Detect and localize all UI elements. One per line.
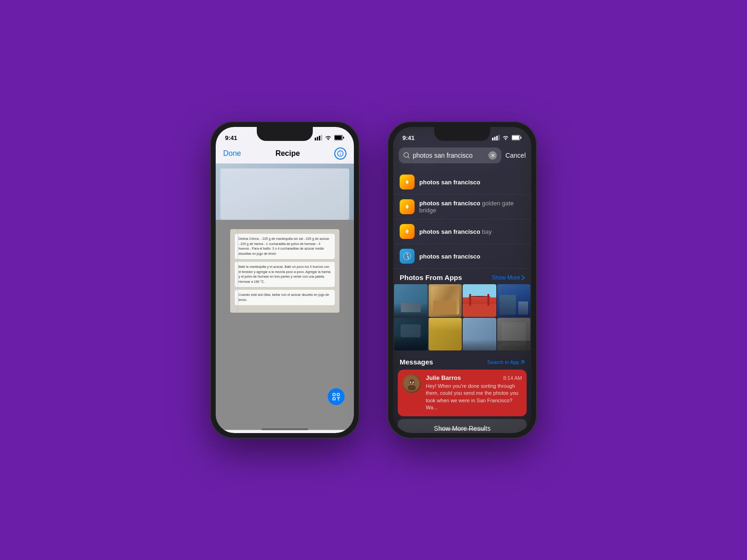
spotlight-screen: 9:41 [393,127,531,433]
suggestion-bold-1: photos san francisco [419,179,480,186]
status-icons [315,135,345,140]
svg-line-26 [407,253,409,259]
photos-app-icon-2 [400,199,415,214]
svg-rect-11 [337,393,339,396]
cancel-button[interactable]: Cancel [505,152,526,159]
message-header: Julie Barros 8:14 AM [426,374,522,381]
svg-rect-3 [321,135,323,140]
wifi-icon-2 [502,135,509,140]
suggestion-bold-3: photos san francisco [419,228,480,235]
svg-rect-1 [317,137,318,140]
external-link-icon [520,360,525,364]
svg-rect-2 [319,136,320,140]
status-time: 9:41 [225,134,237,141]
note-paper: Delicia Cítrica: - 225 g de mantequilla … [230,229,340,313]
messages-section-header: Messages Search in App [393,354,531,368]
svg-rect-6 [335,136,342,140]
search-input[interactable]: photos san francisco [413,152,486,159]
notch [257,127,313,141]
suggestion-4[interactable]: photos san francisco [393,244,531,269]
search-in-app-button[interactable]: Search in App [487,359,525,365]
suggestion-text-4: photos san francisco [419,253,525,260]
wifi-icon [324,135,332,140]
svg-rect-0 [315,138,316,140]
note-block-1: Delicia Cítrica: - 225 g de mantequilla … [235,234,335,259]
safari-app-icon [400,249,415,264]
svg-rect-19 [512,136,519,140]
suggestion-text-1: photos san francisco [419,179,525,186]
suggestion-rest-3: bay [480,228,492,235]
search-clear-button[interactable]: ✕ [488,151,497,160]
svg-rect-10 [333,393,335,396]
photos-section-title: Photos From Apps [400,273,462,281]
search-bar-row: photos san francisco ✕ Cancel [399,147,526,163]
photos-app-icon-3 [400,224,415,239]
battery-icon [334,135,345,140]
suggestion-text-3: photos san francisco bay [419,228,525,235]
svg-point-22 [406,181,409,183]
status-icons-2 [492,135,522,140]
photo-cell-5[interactable] [394,318,428,350]
svg-point-24 [406,230,409,233]
phone-spotlight: 9:41 [388,121,537,439]
phone-notes: 9:41 [210,121,359,439]
message-sender: Julie Barros [426,374,461,381]
message-avatar [402,374,421,393]
photo-grid[interactable] [394,284,530,350]
show-more-link[interactable]: Show More [492,274,525,281]
svg-point-30 [408,385,416,391]
svg-rect-7 [343,137,344,139]
note-block-2: Batir la mantequilla y el azúcar. Batir … [235,262,335,287]
home-indicator-2 [439,428,486,430]
signal-icon-2 [492,135,500,140]
message-item[interactable]: Julie Barros 8:14 AM Hey! When you're do… [398,370,527,416]
notes-screen: 9:41 [216,127,354,433]
svg-point-17 [505,139,506,140]
suggestion-bold-4: photos san francisco [419,253,480,260]
done-button[interactable]: Done [223,149,241,158]
show-more-label: Show More [492,274,520,281]
suggestion-2[interactable]: photos san francisco golden gate bridge [393,195,531,219]
suggestion-text-2: photos san francisco golden gate bridge [419,200,525,214]
svg-point-4 [328,139,329,140]
photo-cell-3[interactable] [463,284,496,317]
svg-rect-14 [494,137,496,140]
photo-cell-1[interactable] [394,284,428,317]
message-time: 8:14 AM [503,375,522,381]
svg-rect-13 [492,138,493,140]
svg-text:i: i [340,151,341,156]
message-content: Julie Barros 8:14 AM Hey! When you're do… [426,374,522,412]
photo-cell-8[interactable] [497,318,531,350]
search-icon [403,152,410,159]
svg-point-31 [410,382,411,383]
svg-rect-15 [496,136,498,140]
svg-rect-12 [333,398,335,400]
signal-icon [315,135,322,140]
photos-section-header: Photos From Apps Show More [393,269,531,284]
scan-fab-button[interactable] [328,388,345,405]
photo-cell-2[interactable] [429,284,462,317]
suggestion-1[interactable]: photos san francisco [393,170,531,195]
message-body: Hey! When you're done sorting through th… [426,383,522,412]
battery-icon-2 [512,135,522,140]
notes-nav-header: Done Recipe i [216,146,354,164]
photo-cell-6[interactable] [429,318,462,350]
status-time-2: 9:41 [402,134,415,141]
chevron-right-icon [521,275,525,280]
suggestion-bold-2: photos san francisco [419,200,480,207]
share-icon[interactable]: i [334,147,346,160]
photo-cell-7[interactable] [463,318,496,350]
svg-line-27 [404,255,410,256]
photo-cell-4[interactable] [497,284,531,317]
messages-title: Messages [400,358,433,366]
show-more-results-button[interactable]: Show More Results [398,419,527,433]
suggestion-3[interactable]: photos san francisco bay [393,219,531,244]
recipe-photo [216,164,354,220]
status-bar-2: 9:41 [393,127,531,146]
photos-app-icon [400,175,415,189]
search-in-app-label: Search in App [487,359,520,365]
home-indicator [261,428,308,430]
search-bar[interactable]: photos san francisco ✕ [399,147,501,163]
search-results: photos san francisco photos san francisc… [393,168,531,433]
note-block-3: Cuando esté aún tibia, bañar con el azúc… [235,290,335,305]
